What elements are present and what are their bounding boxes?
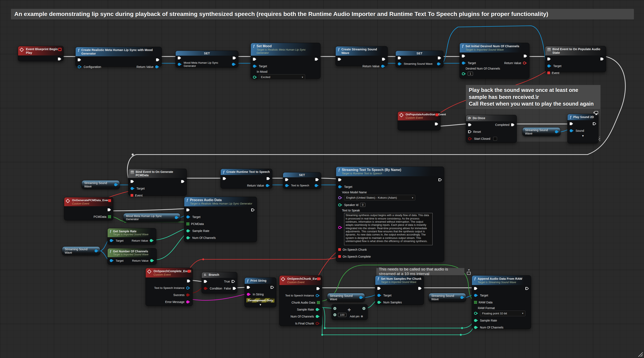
return-value-pin[interactable] bbox=[150, 239, 153, 242]
condition-pin[interactable] bbox=[204, 287, 207, 290]
exec-out-pin[interactable] bbox=[316, 287, 320, 290]
expand-chevron-icon[interactable]: ▾ bbox=[568, 134, 598, 138]
exec-in-pin[interactable] bbox=[570, 122, 573, 125]
exec-out-pin[interactable] bbox=[315, 58, 318, 61]
node-create-streaming-sound-wave[interactable]: ƒ Create Streaming Sound Wave Return Val… bbox=[336, 46, 388, 66]
target-pin[interactable] bbox=[130, 187, 134, 190]
node-get-sample-rate[interactable]: ƒ Get Sample Rate Target is Imported Sou… bbox=[108, 228, 156, 245]
raw-data-array-pin[interactable] bbox=[474, 301, 477, 304]
return-value-pin[interactable] bbox=[381, 65, 384, 68]
tts-instance-pin[interactable] bbox=[186, 287, 189, 289]
exec-in-pin[interactable] bbox=[247, 286, 250, 289]
start-closed-pin[interactable] bbox=[468, 137, 471, 140]
node-on-populate-audio-state-event[interactable]: OnPopulateAudioState_Event Custom Event bbox=[398, 111, 440, 130]
exec-in-pin[interactable] bbox=[338, 58, 341, 61]
sample-rate-pin[interactable] bbox=[316, 308, 319, 311]
node-set-initial-num-channels[interactable]: ƒ Set Initial Desired Num Of Channels Ta… bbox=[460, 43, 530, 79]
is-final-chunk-pin[interactable] bbox=[316, 322, 319, 325]
node-on-speech-complete-event[interactable]: OnSpeechComplete_Event Custom Event Text… bbox=[146, 268, 193, 306]
exec-out-pin[interactable] bbox=[266, 177, 270, 180]
exec-out-pin[interactable] bbox=[382, 58, 386, 61]
exec-out-pin[interactable] bbox=[58, 57, 61, 61]
return-value-pin[interactable] bbox=[155, 65, 158, 68]
var-in-pin[interactable] bbox=[398, 62, 401, 65]
exec-in-pin[interactable] bbox=[223, 177, 226, 180]
var-out-pin[interactable] bbox=[460, 296, 463, 299]
node-do-once[interactable]: ⟳ Do Once Completed Reset Start Closed bbox=[466, 115, 517, 143]
num-channels-pin[interactable] bbox=[186, 236, 189, 239]
exec-in-pin[interactable] bbox=[474, 287, 478, 290]
node-bind-event-generate-pcmdata[interactable]: Bind Event to On Generate PCMData Target… bbox=[128, 169, 187, 196]
delegate-square-icon[interactable] bbox=[188, 270, 190, 273]
node-get-number-of-channels[interactable]: ƒ Get Number Of Channels Target is Impor… bbox=[108, 248, 157, 265]
exec-in-pin[interactable] bbox=[178, 56, 181, 60]
sample-rate-pin[interactable] bbox=[474, 319, 477, 322]
add-pin-button[interactable]: Add pin ⊕ bbox=[350, 315, 363, 318]
var-pill-streaming-sound-wave[interactable]: Streaming Sound Wave bbox=[62, 246, 100, 255]
var-pill-streaming-sound-wave[interactable]: Streaming Sound Wave bbox=[428, 293, 466, 302]
exec-in-pin[interactable] bbox=[130, 180, 134, 183]
exec-out-pin[interactable] bbox=[418, 287, 422, 290]
text-to-speak-input[interactable]: Streaming synthesis output begins with a… bbox=[344, 213, 432, 245]
divide-output-pin[interactable] bbox=[362, 307, 366, 310]
exec-out-pin[interactable] bbox=[526, 287, 529, 290]
completed-exec-out-pin[interactable] bbox=[511, 123, 514, 126]
exec-out-pin[interactable] bbox=[108, 208, 111, 212]
exec-out-pin[interactable] bbox=[251, 208, 254, 212]
target-pin[interactable] bbox=[547, 65, 550, 67]
var-out-pin[interactable] bbox=[315, 184, 318, 187]
delegate-square-icon[interactable] bbox=[317, 277, 320, 280]
var-pill-streaming-sound-wave[interactable]: Streaming Sound Wave bbox=[522, 127, 560, 136]
num-channels-pin[interactable] bbox=[474, 326, 477, 329]
exec-in-pin[interactable] bbox=[253, 58, 256, 61]
exec-in-pin[interactable] bbox=[78, 58, 81, 62]
exec-out-pin[interactable] bbox=[524, 54, 527, 58]
in-mood-pin[interactable] bbox=[253, 76, 256, 79]
true-exec-out-pin[interactable] bbox=[232, 280, 235, 283]
exec-out-pin[interactable] bbox=[438, 56, 441, 60]
voice-model-pin[interactable] bbox=[338, 196, 341, 199]
on-speech-chunk-delegate-pin[interactable] bbox=[338, 248, 341, 251]
raw-format-dropdown[interactable]: Floating point 32-bit ▾ bbox=[480, 311, 526, 316]
pcmdata-array-pin[interactable] bbox=[108, 215, 111, 218]
exec-out-pin[interactable] bbox=[156, 58, 160, 62]
delegate-square-icon[interactable] bbox=[435, 113, 438, 116]
success-pin[interactable] bbox=[186, 293, 189, 296]
start-closed-checkbox[interactable] bbox=[493, 137, 497, 141]
event-delegate-pin[interactable] bbox=[130, 194, 133, 197]
exec-out-pin[interactable] bbox=[270, 286, 274, 289]
var-in-pin[interactable] bbox=[285, 184, 288, 187]
var-out-pin[interactable] bbox=[437, 62, 440, 65]
target-pin[interactable] bbox=[110, 259, 113, 262]
exec-in-pin[interactable] bbox=[378, 287, 381, 290]
num-channels-pin[interactable] bbox=[316, 315, 319, 318]
expand-chevron-icon[interactable]: ▾ bbox=[245, 303, 276, 307]
target-pin[interactable] bbox=[338, 185, 341, 188]
node-play-sound-2d[interactable]: ƒ Play Sound 2D Sound ▾ bbox=[567, 114, 598, 143]
tts-instance-pin[interactable] bbox=[316, 294, 319, 297]
node-process-audio-data[interactable]: ƒ Process Audio Data Target is Realistic… bbox=[184, 197, 257, 242]
false-exec-out-pin[interactable] bbox=[233, 287, 236, 290]
in-mood-dropdown[interactable]: Excited ▾ bbox=[259, 74, 305, 80]
divide-input-a-pin[interactable] bbox=[333, 307, 336, 310]
sample-rate-pin[interactable] bbox=[186, 229, 189, 232]
node-set-streaming-sound-wave-var[interactable]: SET Streaming Sound Wave bbox=[396, 51, 444, 67]
pcmdata-array-pin[interactable] bbox=[186, 222, 189, 225]
node-append-audio-data-from-raw[interactable]: ƒ Append Audio Data From RAW Target is S… bbox=[472, 275, 531, 329]
event-delegate-pin[interactable] bbox=[547, 71, 550, 74]
node-create-lipsync-generator[interactable]: ƒ Create Realistic Meta Human Lip Sync w… bbox=[76, 47, 162, 67]
target-pin[interactable] bbox=[378, 294, 380, 297]
text-to-speak-pin[interactable] bbox=[338, 226, 341, 229]
exec-out-pin[interactable] bbox=[181, 180, 184, 183]
target-pin[interactable] bbox=[253, 65, 256, 68]
exec-in-pin[interactable] bbox=[398, 56, 401, 60]
exec-out-pin[interactable] bbox=[438, 178, 442, 182]
exec-in-pin[interactable] bbox=[547, 57, 551, 61]
node-on-generate-pcmdata-event[interactable]: OnGeneratePCMData_Event Custom Event PCM… bbox=[64, 197, 113, 220]
exec-in-pin[interactable] bbox=[338, 178, 342, 182]
desired-channels-input[interactable]: 1 bbox=[468, 72, 473, 76]
var-out-pin[interactable] bbox=[555, 130, 558, 133]
exec-out-pin[interactable] bbox=[316, 178, 319, 181]
divide-value-input[interactable]: 100 bbox=[338, 313, 346, 317]
error-message-pin[interactable] bbox=[186, 300, 189, 303]
